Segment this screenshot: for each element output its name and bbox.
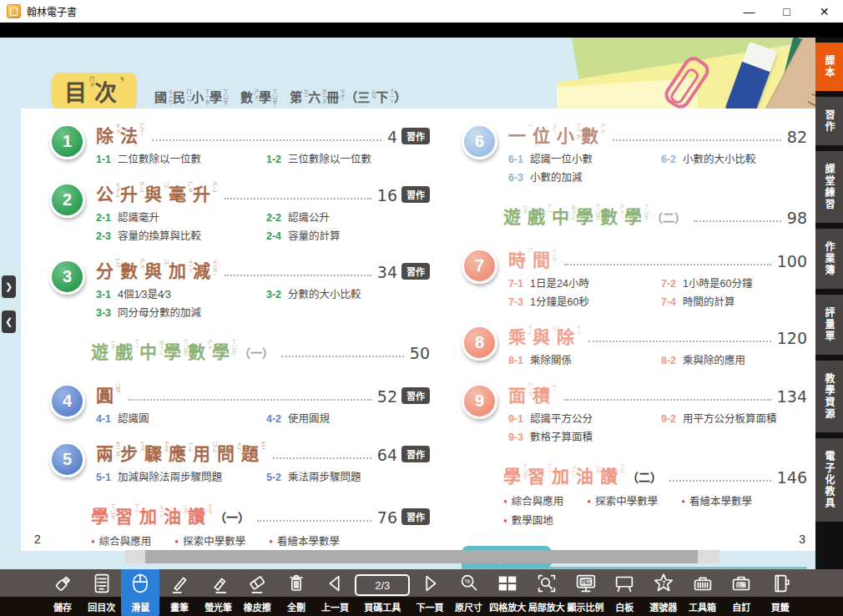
partial-zoom-button[interactable]: 局部放大	[528, 569, 566, 616]
four-grid-zoom-label: 四格放大	[489, 597, 526, 616]
sidebar-tab-作業簿[interactable]: 作業簿	[815, 229, 843, 289]
display-ratio-button[interactable]: 延伸顯示比例	[567, 569, 605, 616]
page-tabs-label: 頁籤	[771, 597, 790, 616]
toc-sub-item[interactable]: 3-14個1⁄3是4⁄3	[96, 285, 260, 301]
dotted-leader	[152, 139, 381, 141]
toc-entry-title[interactable]: 時ㄕˊ間ㄐㄧㄢ	[508, 246, 557, 271]
sidebar-tab-電子化教具[interactable]: 電子化教具	[815, 438, 843, 522]
mouse-button[interactable]: 滑鼠	[121, 569, 159, 616]
toc-entry-title[interactable]: 乘ㄔㄥˊ與ㄩˇ除ㄔㄨˊ	[508, 323, 581, 348]
scrollbar-thumb[interactable]	[145, 550, 698, 563]
toc-sub-item[interactable]: 2-2認識公升	[266, 209, 430, 225]
workbook-badge[interactable]: 習作	[401, 263, 430, 280]
next-triangle-icon	[417, 569, 442, 597]
back-to-toc-button[interactable]: 回目次	[83, 569, 121, 616]
toc-sub-item[interactable]: 1-1二位數除以一位數	[96, 150, 260, 166]
sidebar-tab-課本[interactable]: 課本	[815, 43, 843, 91]
toc-entry-title[interactable]: 學ㄒㄩㄝˊ習ㄒㄧˊ加ㄐㄧㄚ油ㄧㄡˊ讚ㄗㄢˋ	[91, 502, 212, 528]
workbook-badge[interactable]: 習作	[401, 186, 430, 203]
number-picker-button[interactable]: 7選號器	[644, 569, 683, 616]
toc-entry-page: 82	[787, 128, 807, 147]
toolbox-button[interactable]: 工具箱	[684, 569, 722, 616]
toc-sub-item[interactable]: 7-11日是24小時	[508, 275, 654, 290]
toc-page: 1除ㄔㄨˊ法ㄈㄚˇ4習作1-1二位數除以一位數1-2三位數除以一位數2公ㄍㄨㄥ升…	[21, 109, 815, 551]
toc-entry-page: 120	[777, 329, 807, 348]
toc-sub-item[interactable]: 2-1認識毫升	[96, 209, 260, 225]
close-button[interactable]: ✕	[805, 0, 843, 23]
toc-entry-title[interactable]: 兩ㄌㄧㄤˇ步ㄅㄨˋ驟ㄗㄡˋ應ㄧㄥˋ用ㄩㄥˋ問ㄨㄣˋ題ㄊㄧˊ	[96, 440, 265, 465]
toc-sub-item[interactable]: 5-1加減與除法兩步驟問題	[96, 468, 260, 484]
app-title: 翰林電子書	[27, 4, 77, 18]
prev-triangle-icon	[323, 569, 348, 597]
toc-entry-title[interactable]: 學ㄒㄩㄝˊ習ㄒㄧˊ加ㄐㄧㄚ油ㄧㄡˊ讚ㄗㄢˋ	[503, 462, 624, 487]
maximize-button[interactable]: □	[768, 0, 805, 23]
toc-sub-item[interactable]: 6-1認識一位小數	[508, 150, 654, 166]
highlighter-label: 螢光筆	[204, 597, 232, 616]
page-counter[interactable]: 2/3	[355, 574, 410, 596]
next-page-button[interactable]: 下一頁	[411, 569, 449, 616]
toc-sub-item[interactable]: 8-2乘與除的應用	[661, 351, 807, 367]
toc-sub-item[interactable]: 2-4容量的計算	[266, 227, 430, 243]
delete-all-button[interactable]: 全刪	[277, 569, 315, 616]
eraser-label: 橡皮擦	[244, 597, 271, 616]
toc-chapter-entry: 9面ㄇㄧㄢˋ積ㄐㄧ1349-1認識平方公分9-2用平方公分板算面積9-3數格子算…	[462, 381, 807, 444]
toc-sub-item[interactable]: 8-1乘除關係	[508, 351, 654, 367]
toc-sub-item[interactable]: 6-3小數的加減	[508, 169, 654, 184]
toc-special-entry: 遊ㄧㄡˊ戲ㄒㄧˋ中ㄓㄨㄥ學ㄒㄩㄝˊ數ㄕㄨˋ學ㄒㄩㄝˊ（一）50	[91, 338, 430, 363]
chapter-number-badge: 1	[49, 124, 85, 159]
toc-sub-item[interactable]: 7-31分鐘是60秒	[508, 293, 654, 309]
toc-sub-item[interactable]: 3-2分數的大小比較	[266, 285, 430, 301]
toc-entry-page: 34	[377, 263, 397, 282]
toc-sub-item[interactable]: 2-3容量的換算與比較	[96, 227, 260, 243]
toc-entry-title[interactable]: 遊ㄧㄡˊ戲ㄒㄧˋ中ㄓㄨㄥ學ㄒㄩㄝˊ數ㄕㄨˋ學ㄒㄩㄝˊ	[503, 203, 649, 228]
eraser-button[interactable]: 橡皮擦	[238, 569, 276, 616]
toc-sub-item[interactable]: 4-1認識圓	[96, 410, 260, 426]
highlighter-button[interactable]: 螢光筆	[199, 569, 238, 616]
workbook-badge[interactable]: 習作	[401, 387, 430, 404]
toc-sub-item[interactable]: 1-2三位數除以一位數	[266, 150, 430, 166]
sidebar-tab-課堂練習[interactable]: 課堂練習	[815, 151, 843, 223]
toc-entry-title[interactable]: 面ㄇㄧㄢˋ積ㄐㄧ	[508, 381, 557, 406]
save-button[interactable]: 儲存	[43, 569, 82, 616]
horizontal-scrollbar[interactable]	[125, 550, 719, 563]
sidebar-tab-習作[interactable]: 習作	[815, 97, 843, 145]
toc-sub-item[interactable]: 4-2使用圓規	[266, 410, 430, 426]
toc-sub-item[interactable]: 9-2用平方公分板算面積	[661, 410, 807, 426]
whiteboard-button[interactable]: 白板	[605, 569, 644, 616]
toc-bullet-item: 看繪本學數學	[269, 533, 340, 548]
custom-button[interactable]: 自訂自訂	[722, 569, 760, 616]
chapter-number-badge: 6	[462, 124, 497, 159]
toc-sub-item[interactable]: 9-3數格子算面積	[508, 428, 654, 444]
workbook-badge[interactable]: 習作	[401, 446, 430, 462]
toc-entry-title[interactable]: 分ㄈㄣ數ㄕㄨˋ與ㄩˇ加ㄐㄧㄚ減ㄐㄧㄢˇ	[96, 257, 217, 282]
toc-sub-item[interactable]: 3-3同分母分數的加減	[96, 304, 260, 320]
toc-entry-title[interactable]: 遊ㄧㄡˊ戲ㄒㄧˋ中ㄓㄨㄥ學ㄒㄩㄝˊ數ㄕㄨˋ學ㄒㄩㄝˊ	[91, 338, 236, 363]
dotted-leader	[669, 480, 771, 482]
panel-collapse-button[interactable]: ❮	[2, 311, 16, 333]
four-grid-zoom-button[interactable]: 四格放大	[488, 569, 527, 616]
prev-page-button[interactable]: 上一頁	[316, 569, 355, 616]
toc-sub-item[interactable]: 5-2乘法兩步驟問題	[266, 468, 430, 484]
toc-entry-title[interactable]: 圓ㄩㄢˊ	[96, 381, 120, 406]
dotted-leader	[273, 457, 371, 459]
workbook-badge[interactable]: 習作	[401, 508, 430, 525]
toc-sub-item[interactable]: 6-2小數的大小比較	[661, 150, 807, 166]
minimize-button[interactable]: —	[730, 0, 768, 23]
page-tool-button[interactable]: 2/3頁碼工具	[355, 569, 410, 616]
top-divider	[0, 23, 843, 38]
toc-entry-title[interactable]: 公ㄍㄨㄥ升ㄕㄥ與ㄩˇ毫ㄏㄠˊ升ㄕㄥ	[96, 180, 217, 205]
pen-button[interactable]: 畫筆	[160, 569, 199, 616]
toc-sub-item[interactable]: 7-4時間的計算	[661, 293, 807, 309]
sidebar-tab-教學資源[interactable]: 教學資源	[815, 361, 843, 432]
original-size-button[interactable]: %原尺寸	[450, 569, 488, 616]
toc-entry-suffix: （一）	[239, 344, 274, 363]
sidebar-tab-評量單[interactable]: 評量單	[815, 295, 843, 355]
page-tabs-button[interactable]: 頁籤	[761, 569, 800, 616]
workbook-badge[interactable]: 習作	[401, 128, 430, 144]
toc-sub-item[interactable]: 7-21小時是60分鐘	[661, 275, 807, 290]
toc-entry-title[interactable]: 除ㄔㄨˊ法ㄈㄚˇ	[96, 122, 144, 147]
toc-entry-title[interactable]: 一ㄧ位ㄨㄟˋ小ㄒㄧㄠˇ數ㄕㄨˋ	[508, 122, 605, 147]
toc-sub-item[interactable]: 9-1認識平方公分	[508, 410, 654, 426]
toc-chapter-entry: 2公ㄍㄨㄥ升ㄕㄥ與ㄩˇ毫ㄏㄠˊ升ㄕㄥ16習作2-1認識毫升2-2認識公升2-3容…	[49, 180, 430, 243]
panel-expand-button[interactable]: ❯	[2, 275, 16, 298]
